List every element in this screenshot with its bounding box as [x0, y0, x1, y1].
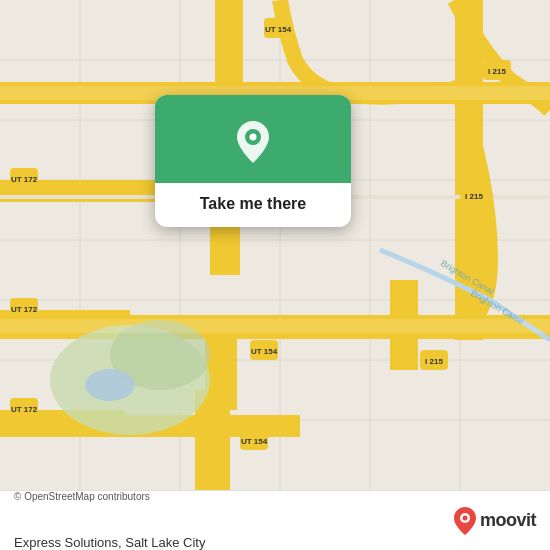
svg-text:UT 172: UT 172: [11, 305, 38, 314]
svg-rect-53: [0, 319, 550, 333]
osm-attribution: © OpenStreetMap contributors: [14, 491, 444, 535]
svg-text:UT 154: UT 154: [265, 25, 292, 34]
svg-text:I 215: I 215: [425, 357, 443, 366]
svg-text:UT 154: UT 154: [251, 347, 278, 356]
svg-text:UT 154: UT 154: [241, 437, 268, 446]
svg-text:UT 172: UT 172: [11, 175, 38, 184]
svg-point-55: [250, 134, 257, 141]
svg-point-57: [462, 515, 467, 520]
bottom-content: © OpenStreetMap contributors Express Sol…: [14, 491, 444, 550]
svg-text:I 215: I 215: [488, 67, 506, 76]
map-container[interactable]: UT 154 UT 154 UT 154 UT 154 UT 172 UT 17…: [0, 0, 550, 490]
svg-point-29: [85, 369, 135, 401]
bottom-bar: © OpenStreetMap contributors Express Sol…: [0, 490, 550, 550]
map-svg: UT 154 UT 154 UT 154 UT 154 UT 172 UT 17…: [0, 0, 550, 490]
moovit-pin-icon: [454, 507, 476, 535]
svg-text:I 215: I 215: [465, 192, 483, 201]
location-info: Express Solutions, Salt Lake City: [14, 535, 444, 550]
moovit-text: moovit: [480, 510, 536, 531]
popup-green-area: [155, 95, 351, 183]
moovit-logo: moovit: [454, 507, 536, 535]
location-pin-icon: [229, 117, 277, 165]
popup-label[interactable]: Take me there: [184, 183, 322, 227]
svg-text:UT 172: UT 172: [11, 405, 38, 414]
popup-card[interactable]: Take me there: [155, 95, 351, 227]
